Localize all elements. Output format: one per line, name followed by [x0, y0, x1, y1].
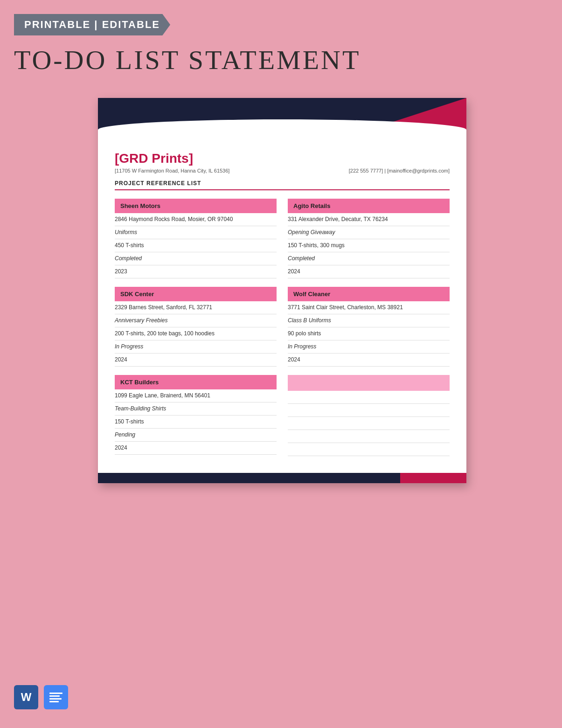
doc-icon-lines: [46, 689, 66, 706]
project-card: Wolf Cleaner 3771 Saint Clair Street, Ch…: [288, 287, 450, 367]
company-name: [GRD Prints]: [115, 151, 450, 166]
project-event: Team-Building Shirts: [115, 402, 277, 416]
company-contact: [222 555 7777] | [mainoffice@grdprints.c…: [349, 168, 450, 173]
project-event: Anniversary Freebies: [115, 314, 277, 327]
project-year: 2024: [288, 265, 450, 278]
project-card: [288, 375, 450, 456]
word-letter: W: [21, 691, 32, 704]
document-card: [GRD Prints] [11705 W Farmington Road, H…: [98, 98, 466, 483]
section-title: PROJECT REFERENCE LIST: [115, 180, 450, 187]
project-name: SDK Center: [115, 287, 277, 301]
word-icon[interactable]: W: [14, 685, 38, 709]
company-meta: [11705 W Farmington Road, Hanna City, IL…: [115, 168, 450, 173]
project-items: 200 T-shirts, 200 tote bags, 100 hoodies: [115, 327, 277, 340]
project-items: 90 polo shirts: [288, 327, 450, 340]
project-card: Sheen Motors 2846 Haymond Rocks Road, Mo…: [115, 199, 277, 278]
doc-header-accent: [338, 98, 467, 140]
project-items: 450 T-shirts: [115, 239, 277, 252]
project-status: In Progress: [288, 340, 450, 354]
project-status: Completed: [115, 252, 277, 265]
project-name: Sheen Motors: [115, 199, 277, 213]
project-event: Class B Uniforms: [288, 314, 450, 327]
doc-line-2: [49, 695, 60, 697]
doc-line-4: [49, 701, 59, 702]
project-header-empty: [288, 375, 450, 391]
bottom-icons: W: [14, 685, 68, 709]
project-year: 2023: [115, 265, 277, 278]
doc-header: [98, 98, 466, 140]
company-address: [11705 W Farmington Road, Hanna City, IL…: [115, 168, 229, 173]
divider: [115, 189, 450, 190]
project-name: Wolf Cleaner: [288, 287, 450, 301]
doc-footer: [98, 473, 466, 483]
doc-body: [GRD Prints] [11705 W Farmington Road, H…: [98, 140, 466, 473]
project-card: SDK Center 2329 Barnes Street, Sanford, …: [115, 287, 277, 367]
doc-line-1: [49, 693, 62, 694]
project-event-empty: [288, 404, 450, 417]
project-event: Uniforms: [115, 226, 277, 239]
project-items: 150 T-shirts, 300 mugs: [288, 239, 450, 252]
docs-icon[interactable]: [44, 685, 68, 709]
project-address-empty: [288, 391, 450, 404]
banner-text: PRINTABLE | EDITABLE: [24, 19, 160, 30]
project-status: Completed: [288, 252, 450, 265]
project-address: 3771 Saint Clair Street, Charleston, MS …: [288, 301, 450, 314]
project-year: 2024: [115, 442, 277, 455]
project-year-empty: [288, 443, 450, 456]
project-status: Pending: [115, 429, 277, 442]
project-year: 2024: [288, 354, 450, 367]
project-address: 2329 Barnes Street, Sanford, FL 32771: [115, 301, 277, 314]
project-year: 2024: [115, 354, 277, 367]
project-address: 331 Alexander Drive, Decatur, TX 76234: [288, 213, 450, 226]
project-status: In Progress: [115, 340, 277, 354]
project-card: KCT Builders 1099 Eagle Lane, Brainerd, …: [115, 375, 277, 456]
project-address: 1099 Eagle Lane, Brainerd, MN 56401: [115, 389, 277, 402]
project-card: Agito Retails 331 Alexander Drive, Decat…: [288, 199, 450, 278]
project-name: Agito Retails: [288, 199, 450, 213]
project-items-empty: [288, 417, 450, 430]
doc-line-3: [49, 698, 62, 700]
page-title: TO-DO LIST STATEMENT: [14, 44, 361, 76]
project-items: 150 T-shirts: [115, 416, 277, 429]
project-status-empty: [288, 430, 450, 443]
project-grid: Sheen Motors 2846 Haymond Rocks Road, Mo…: [115, 199, 450, 456]
project-address: 2846 Haymond Rocks Road, Mosier, OR 9704…: [115, 213, 277, 226]
project-name: KCT Builders: [115, 375, 277, 389]
project-event: Opening Giveaway: [288, 226, 450, 239]
top-banner: PRINTABLE | EDITABLE: [14, 14, 170, 35]
